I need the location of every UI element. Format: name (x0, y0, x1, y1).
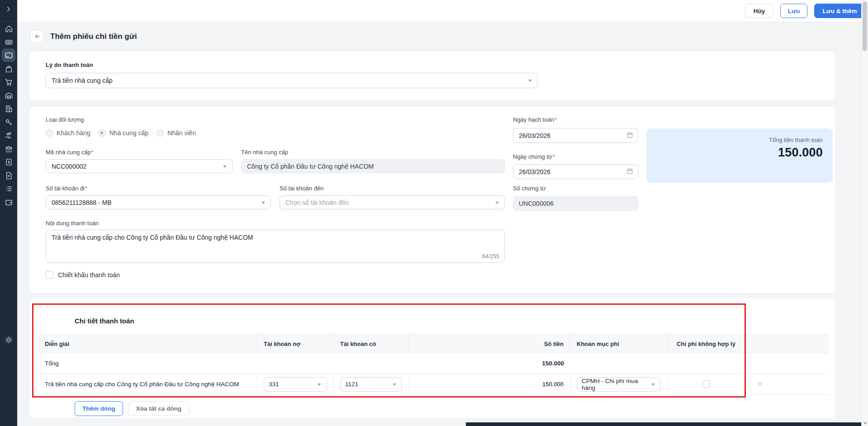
chevron-down-icon (651, 383, 655, 386)
credit-account-select[interactable]: 1121 (340, 377, 402, 392)
top-action-bar: Hủy Lưu Lưu & thêm (17, 0, 868, 22)
chevron-down-icon (223, 166, 227, 168)
sidebar-item-wallet-icon[interactable] (2, 195, 15, 209)
col-header-tai-khoan-co: Tài khoản có (334, 335, 409, 353)
posting-date-label: Ngày hạch toán* (513, 116, 557, 123)
total-amount-value: 150.000 (656, 146, 823, 160)
discount-checkbox-label: Chiết khấu thanh toán (58, 271, 120, 279)
col-header-chi-phi-khong-hop-ly: Chi phí không hợp lý (668, 335, 745, 353)
sidebar-item-building-icon[interactable] (2, 102, 15, 115)
posting-date-input[interactable]: 26/03/2026 (513, 128, 638, 143)
sidebar-item-bank-icon[interactable] (2, 142, 15, 156)
scrollbar-thumb[interactable] (863, 1, 867, 51)
sidebar-item-hand-coins-icon[interactable] (2, 128, 15, 142)
sidebar-item-key-icon[interactable] (2, 115, 15, 129)
save-button[interactable]: Lưu (780, 4, 807, 18)
app-window: Hủy Lưu Lưu & thêm Thêm phiếu chi tiền g… (0, 0, 868, 426)
payment-details-title: Chi tiết thanh toán (75, 317, 134, 325)
document-date-input[interactable]: 26/03/2026 (513, 164, 638, 179)
table-buttons-row: Thêm dòng Xóa tất cả dòng (75, 401, 189, 416)
document-number-label: Số chứng từ (513, 185, 545, 192)
row-description: Trả tiền nhà cung cấp cho Công ty Cổ phầ… (38, 374, 257, 394)
chevron-down-icon (495, 202, 499, 204)
arrow-left-icon (33, 33, 40, 40)
supplier-name-label: Tên nhà cung cấp (241, 149, 288, 156)
discount-checkbox-row: Chiết khấu thanh toán (46, 271, 120, 279)
account-from-label: Số tài khoản đi* (46, 185, 87, 192)
sidebar-item-bank-card-icon[interactable] (2, 48, 15, 62)
col-header-so-tien: Số tiền (409, 335, 570, 353)
sidebar-item-list-icon[interactable] (2, 182, 15, 195)
object-type-label: Loại đối tượng (46, 116, 84, 123)
horizontal-scrollbar[interactable] (466, 422, 861, 426)
sidebar-item-cash-icon[interactable] (2, 35, 15, 49)
radio-nhan-vien[interactable]: Nhân viên (157, 129, 196, 137)
delete-row-icon[interactable]: ✕ (751, 379, 763, 389)
total-amount-panel: Tổng tiền thanh toán 150.000 (646, 128, 833, 183)
delete-all-rows-button[interactable]: Xóa tất cả dòng (128, 401, 190, 416)
payment-reason-select[interactable]: Trả tiền nhà cung cấp (46, 73, 538, 88)
sidebar-item-gear-icon[interactable] (2, 333, 15, 346)
scrollbar-down-arrow-icon[interactable] (863, 422, 867, 425)
voucher-form-card: Loại đối tượng Khách hàng Nhà cung cấp N… (29, 106, 836, 293)
sidebar-item-warehouse-icon[interactable] (2, 89, 15, 102)
vertical-scrollbar[interactable] (861, 0, 868, 426)
page-title: Thêm phiếu chi tiền gửi (50, 32, 137, 41)
chevron-down-icon (261, 202, 265, 204)
object-type-radio-group: Khách hàng Nhà cung cấp Nhân viên (46, 129, 196, 137)
supplier-code-label: Mã nhà cung cấp* (46, 149, 94, 156)
payment-reason-label: Lý do thanh toán (46, 62, 93, 68)
add-row-button[interactable]: Thêm dòng (75, 401, 123, 416)
payment-reason-card: Lý do thanh toán Trả tiền nhà cung cấp (29, 51, 836, 100)
chevron-down-icon (318, 383, 321, 386)
total-row-amount: 150.000 (409, 353, 570, 374)
table-row: Trả tiền nhà cung cấp cho Công ty Cổ phầ… (38, 374, 829, 395)
payment-details-card: Chi tiết thanh toán Diễn giải Tài khoản … (29, 298, 836, 419)
radio-nha-cung-cap[interactable]: Nhà cung cấp (99, 129, 148, 137)
chevron-down-icon (393, 383, 396, 386)
total-amount-label: Tổng tiền thanh toán (656, 137, 823, 143)
col-header-actions (745, 335, 829, 353)
character-counter: 64/255 (482, 253, 499, 260)
calendar-icon (626, 132, 633, 140)
col-header-khoan-muc-phi: Khoản mục phí (570, 335, 668, 353)
sidebar-item-shopping-bag-icon[interactable] (2, 62, 15, 76)
document-number-input: UNC000006 (513, 196, 638, 211)
supplier-code-select[interactable]: NCC000002 (46, 159, 232, 173)
payment-content-textarea[interactable]: Trả tiền nhà cung cấp cho Công ty Cổ phầ… (46, 230, 505, 263)
payment-content-label: Nội dung thanh toán (46, 220, 99, 227)
table-header-row: Diễn giải Tài khoản nợ Tài khoản có Số t… (38, 334, 829, 353)
row-amount: 150.000 (409, 374, 570, 394)
radio-circle-icon (46, 129, 53, 137)
radio-circle-icon (99, 129, 106, 137)
sidebar-item-home-icon[interactable] (2, 22, 15, 35)
chevron-down-icon (528, 80, 532, 82)
supplier-name-input: Công ty Cổ phần Đầu tư Công nghệ HACOM (241, 159, 505, 173)
col-header-dien-giai: Diễn giải (38, 335, 257, 353)
sidebar-item-invoice-dollar-icon[interactable] (2, 155, 15, 169)
calendar-icon (626, 168, 633, 176)
expense-item-select[interactable]: CPMH - Chi phí mua hàng (577, 377, 661, 392)
radio-khach-hang[interactable]: Khách hàng (46, 129, 90, 137)
debit-account-select[interactable]: 331 (264, 377, 327, 392)
sidebar (0, 0, 17, 426)
sidebar-item-shopping-cart-icon[interactable] (2, 75, 15, 89)
table-total-row: Tổng 150.000 (38, 353, 829, 374)
back-button[interactable] (30, 30, 43, 43)
sidebar-item-document-icon[interactable] (2, 169, 15, 182)
radio-circle-icon (157, 129, 164, 137)
payment-details-table: Diễn giải Tài khoản nợ Tài khoản có Số t… (38, 334, 829, 395)
account-to-label: Số tài khoản đến (280, 185, 324, 192)
col-header-tai-khoan-no: Tài khoản nợ (257, 335, 334, 353)
invalid-expense-checkbox[interactable] (702, 380, 710, 388)
save-and-add-button[interactable]: Lưu & thêm (814, 4, 865, 18)
sidebar-expand-icon[interactable] (3, 4, 14, 14)
account-from-select[interactable]: 0856211128888 - MB (46, 195, 271, 209)
account-to-select[interactable]: Chọn số tài khoản đến (280, 195, 505, 209)
cancel-button[interactable]: Hủy (745, 4, 773, 18)
discount-checkbox[interactable] (46, 271, 53, 279)
total-row-label: Tổng (38, 353, 257, 374)
document-date-label: Ngày chứng từ* (513, 153, 555, 160)
